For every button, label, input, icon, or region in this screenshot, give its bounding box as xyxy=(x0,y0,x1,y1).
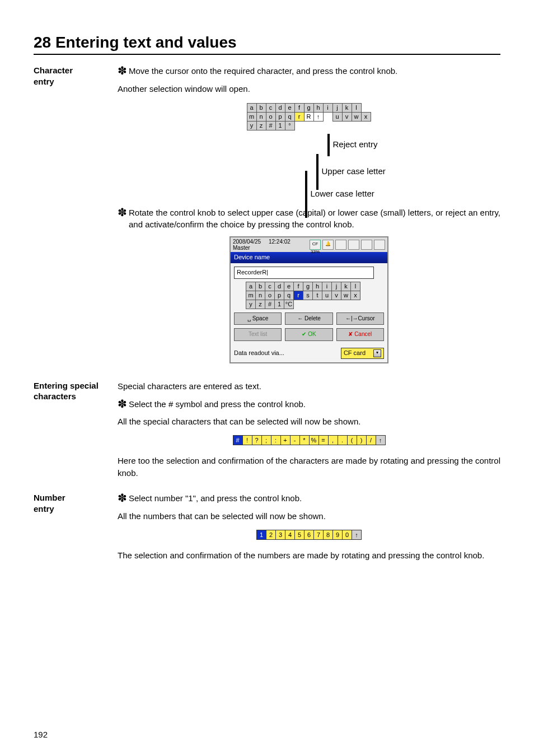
kb-key[interactable]: 1 xyxy=(274,300,284,309)
bullet-text: Select the # symbol and press the contro… xyxy=(129,398,500,410)
status-icon xyxy=(335,240,346,250)
strip-cell[interactable]: 5 xyxy=(294,530,305,540)
dialog-button-row: Text list ✔ OK ✘ Cancel xyxy=(234,328,384,341)
kb-key[interactable]: v xyxy=(331,291,341,300)
kb-key[interactable]: x xyxy=(350,291,360,300)
strip-cell[interactable]: 9 xyxy=(332,530,343,540)
kb-key[interactable]: # xyxy=(265,300,275,309)
char-cell: m xyxy=(247,112,257,122)
char-cell: k xyxy=(342,103,352,113)
bullet-text: Select number "1", and press the control… xyxy=(129,492,500,505)
strip-cell[interactable]: ( xyxy=(347,435,357,445)
name-input[interactable]: RecorderR| xyxy=(234,267,374,279)
char-cell: f xyxy=(294,103,305,113)
kb-key[interactable]: l xyxy=(350,282,360,291)
strip-cell[interactable]: 7 xyxy=(313,530,324,540)
cursor-button[interactable]: ←|→Cursor xyxy=(336,312,384,325)
strip-cell[interactable]: = xyxy=(318,435,329,445)
figure-number-strip: 1 2 3 4 5 6 7 8 9 0 ↑ xyxy=(118,528,500,540)
strip-cell[interactable]: 0 xyxy=(342,530,352,540)
char-cell: v xyxy=(342,112,352,122)
kb-key[interactable]: w xyxy=(341,291,351,300)
kb-key[interactable]: c xyxy=(265,282,275,291)
strip-cell[interactable]: + xyxy=(280,435,291,445)
bell-icon: 🔔 xyxy=(322,240,334,250)
kb-key[interactable]: n xyxy=(255,291,265,300)
kb-key[interactable]: g xyxy=(303,282,313,291)
dialog-footer: Data readout via... CF card ▾ xyxy=(231,344,387,362)
kb-key[interactable]: j xyxy=(331,282,341,291)
kb-key[interactable]: m xyxy=(246,291,256,300)
kb-key[interactable]: e xyxy=(284,282,294,291)
char-cell-lower: r xyxy=(294,112,305,122)
char-cell: ° xyxy=(285,121,295,130)
space-button[interactable]: ␣ Space xyxy=(234,312,282,325)
ok-button[interactable]: ✔ OK xyxy=(285,328,332,341)
strip-cell[interactable]: 6 xyxy=(304,530,314,540)
recorder-device: 2008/04/25 12:24:02 Master CF33% 🔔 xyxy=(229,236,388,363)
strip-cell[interactable]: : xyxy=(271,435,281,445)
kb-key[interactable]: p xyxy=(274,291,284,300)
section-special-characters: Entering specialcharacters Special chara… xyxy=(34,380,500,485)
strip-cell-back[interactable]: ↑ xyxy=(376,435,386,445)
cancel-button[interactable]: ✘ Cancel xyxy=(336,328,384,341)
kb-key[interactable]: u xyxy=(322,291,332,300)
strip-cell[interactable]: . xyxy=(338,435,348,445)
figure-special-strip: # ! ? ; : + - * % = , . ( ) / ↑ xyxy=(118,433,500,446)
char-grid-row: a b c d e f g h i j k l xyxy=(247,104,371,113)
char-cell: q xyxy=(285,112,295,122)
paragraph: Another selection window will open. xyxy=(118,83,500,95)
strip-cell[interactable]: 8 xyxy=(323,530,333,540)
kb-key[interactable]: k xyxy=(341,282,351,291)
kb-key[interactable]: °C xyxy=(284,300,294,309)
strip-cell[interactable]: % xyxy=(309,435,319,445)
kb-key[interactable]: i xyxy=(322,282,332,291)
kb-key[interactable]: q xyxy=(284,291,294,300)
strip-cell[interactable]: , xyxy=(328,435,338,445)
strip-cell[interactable]: 4 xyxy=(285,530,295,540)
strip-cell[interactable]: ) xyxy=(357,435,367,445)
strip-cell-selected[interactable]: 1 xyxy=(256,530,266,540)
kb-key[interactable]: a xyxy=(246,282,256,291)
strip-cell[interactable]: * xyxy=(299,435,310,445)
strip-cell-back[interactable]: ↑ xyxy=(352,530,362,540)
figure-device-dialog: 2008/04/25 12:24:02 Master CF33% 🔔 xyxy=(118,236,500,363)
char-cell: i xyxy=(323,103,333,113)
chevron-down-icon: ▾ xyxy=(373,349,381,357)
strip-cell[interactable]: / xyxy=(366,435,376,445)
strip-cell[interactable]: - xyxy=(290,435,300,445)
kb-key[interactable]: f xyxy=(293,282,303,291)
footer-dropdown[interactable]: CF card ▾ xyxy=(341,348,384,359)
kb-key[interactable]: t xyxy=(312,291,322,300)
strip-cell[interactable]: ! xyxy=(242,435,252,445)
figure-char-picker: a b c d e f g h i j k l xyxy=(118,101,500,198)
kb-key[interactable]: o xyxy=(265,291,275,300)
textlist-button[interactable]: Text list xyxy=(234,328,282,341)
kb-key[interactable]: y xyxy=(246,300,256,309)
kb-key-selected[interactable]: r xyxy=(293,291,303,300)
strip-cell[interactable]: 3 xyxy=(275,530,285,540)
bullet-item: ✽ Move the cursor onto the required char… xyxy=(118,65,500,77)
strip-cell[interactable]: ; xyxy=(261,435,271,445)
kb-key[interactable]: h xyxy=(312,282,322,291)
kb-key[interactable]: d xyxy=(274,282,284,291)
char-cell: n xyxy=(256,112,266,122)
device-status-left: 2008/04/25 12:24:02 Master xyxy=(233,239,291,251)
char-grid: a b c d e f g h i j k l xyxy=(247,104,371,130)
kb-key[interactable]: s xyxy=(303,291,313,300)
strip-cell[interactable]: 2 xyxy=(266,530,276,540)
document-page: 28 Entering text and values Characterent… xyxy=(0,0,534,756)
bullet-star-icon: ✽ xyxy=(118,207,129,231)
kb-key[interactable]: b xyxy=(255,282,265,291)
strip-cell[interactable]: ? xyxy=(252,435,262,445)
strip-cell-selected[interactable]: # xyxy=(233,435,243,445)
status-icon xyxy=(374,240,385,250)
char-cell-upper: R xyxy=(304,112,314,122)
char-grid-row: y z # 1 ° xyxy=(247,122,371,130)
delete-button[interactable]: ← Delete xyxy=(285,312,332,325)
char-cell: y xyxy=(247,121,257,130)
paragraph: The selection and confirmation of the nu… xyxy=(118,549,500,562)
device-date: 2008/04/25 xyxy=(233,239,261,245)
char-cell: b xyxy=(256,103,266,113)
kb-key[interactable]: z xyxy=(255,300,265,309)
